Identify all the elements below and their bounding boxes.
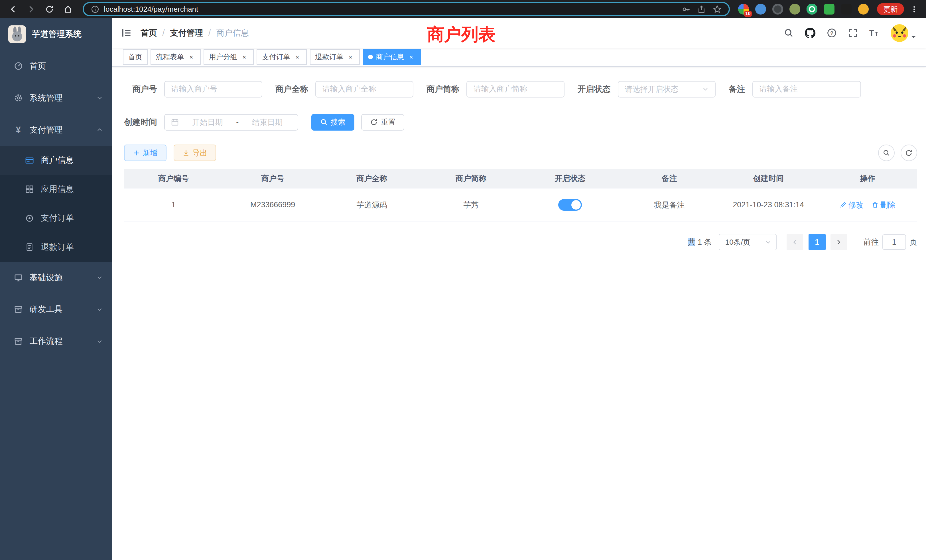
breadcrumb-home[interactable]: 首页 bbox=[141, 27, 157, 39]
tab-user-group[interactable]: 用户分组× bbox=[204, 49, 254, 65]
tab-refund-order[interactable]: 退款订单× bbox=[310, 49, 360, 65]
sidebar-item-refund-order[interactable]: 退款订单 bbox=[0, 233, 112, 262]
github-icon[interactable] bbox=[805, 28, 816, 38]
sidebar-item-payment[interactable]: ¥ 支付管理 bbox=[0, 114, 112, 146]
pagination-total: 共 1 条 bbox=[688, 237, 712, 247]
reload-button[interactable] bbox=[42, 2, 57, 16]
refresh-table-button[interactable] bbox=[900, 145, 917, 161]
page-number-button[interactable]: 1 bbox=[808, 234, 826, 250]
export-button-label: 导出 bbox=[192, 148, 207, 158]
forward-button[interactable] bbox=[24, 2, 38, 16]
tab-home[interactable]: 首页 bbox=[123, 49, 148, 65]
breadcrumb-current: 商户信息 bbox=[216, 27, 249, 39]
full-name-input[interactable] bbox=[322, 85, 406, 94]
close-icon[interactable]: × bbox=[187, 53, 195, 61]
chevron-down-icon bbox=[96, 274, 103, 281]
extension-icon-blue[interactable] bbox=[755, 4, 766, 14]
aim-circle-icon bbox=[24, 214, 35, 223]
column-header: 商户全称 bbox=[322, 173, 421, 184]
sidebar-item-infrastructure[interactable]: 基础设施 bbox=[0, 262, 112, 294]
chevron-down-icon bbox=[96, 95, 103, 101]
field-label: 商户简称 bbox=[426, 83, 459, 95]
chevron-up-icon bbox=[96, 127, 103, 133]
status-select[interactable]: 请选择开启状态 bbox=[618, 81, 716, 97]
extension-icon-black[interactable] bbox=[841, 4, 852, 14]
app-logo[interactable]: 芋道管理系统 bbox=[0, 18, 112, 50]
short-name-input-wrap bbox=[466, 81, 564, 97]
status-toggle[interactable] bbox=[558, 199, 582, 211]
page-size-select[interactable]: 10条/页 bbox=[719, 234, 776, 250]
sidebar-item-label: 支付订单 bbox=[41, 212, 74, 224]
short-name-input[interactable] bbox=[474, 85, 557, 94]
share-icon[interactable] bbox=[698, 5, 706, 14]
extension-icon-colorful[interactable]: 10 bbox=[738, 4, 749, 14]
extension-icon-dark[interactable] bbox=[772, 4, 783, 14]
toggle-search-button[interactable] bbox=[878, 145, 895, 161]
table-header-row: 商户编号 商户号 商户全称 商户简称 开启状态 备注 创建时间 操作 bbox=[124, 169, 917, 188]
svg-text:T: T bbox=[869, 29, 874, 37]
breadcrumb-separator: / bbox=[162, 28, 165, 38]
extension-icon-green[interactable] bbox=[806, 4, 817, 14]
delete-link-label: 删除 bbox=[881, 200, 896, 210]
close-icon[interactable]: × bbox=[240, 53, 248, 61]
merchant-table: 商户编号 商户号 商户全称 商户简称 开启状态 备注 创建时间 操作 1 M23… bbox=[124, 169, 917, 222]
tab-process-form[interactable]: 流程表单× bbox=[151, 49, 201, 65]
active-dot bbox=[368, 55, 373, 60]
sidebar-item-label: 应用信息 bbox=[41, 184, 74, 195]
merchant-no-input-wrap bbox=[164, 81, 262, 97]
export-button[interactable]: 导出 bbox=[174, 145, 216, 161]
extension-icon-green-square[interactable] bbox=[824, 4, 834, 14]
navbar-actions: ? TT bbox=[784, 24, 926, 42]
font-size-icon[interactable]: TT bbox=[869, 28, 879, 38]
bank-card-icon bbox=[24, 156, 35, 165]
next-page-button[interactable] bbox=[831, 234, 847, 250]
merchant-no-input[interactable] bbox=[171, 85, 255, 94]
close-icon[interactable]: × bbox=[294, 53, 302, 61]
fullscreen-icon[interactable] bbox=[848, 28, 858, 38]
filter-status: 开启状态 请选择开启状态 bbox=[578, 81, 716, 97]
delete-link[interactable]: 删除 bbox=[872, 200, 896, 210]
password-key-icon[interactable] bbox=[682, 5, 690, 14]
edit-link[interactable]: 修改 bbox=[840, 200, 864, 210]
close-icon[interactable]: × bbox=[346, 53, 355, 61]
bookmark-star-icon[interactable] bbox=[713, 5, 722, 14]
close-icon[interactable]: × bbox=[407, 53, 415, 61]
sidebar-item-dev-tools[interactable]: 研发工具 bbox=[0, 294, 112, 325]
address-bar[interactable]: localhost:1024/pay/merchant bbox=[83, 2, 730, 16]
help-icon[interactable]: ? bbox=[827, 28, 837, 38]
prev-page-button[interactable] bbox=[787, 234, 803, 250]
extension-icon-avatar[interactable] bbox=[790, 4, 800, 14]
sidebar-item-pay-order[interactable]: 支付订单 bbox=[0, 204, 112, 233]
sidebar-item-merchant-info[interactable]: 商户信息 bbox=[0, 146, 112, 175]
url-text[interactable]: localhost:1024/pay/merchant bbox=[104, 5, 198, 14]
chrome-update-button[interactable]: 更新 bbox=[877, 3, 904, 15]
remark-input[interactable] bbox=[760, 85, 854, 94]
pagination: 共 1 条 10条/页 1 前往 页 bbox=[124, 234, 917, 250]
date-range-picker[interactable]: 开始日期 - 结束日期 bbox=[164, 114, 298, 130]
sidebar-toggle-icon[interactable] bbox=[112, 28, 141, 38]
search-icon[interactable] bbox=[784, 28, 794, 38]
goto-unit-label: 页 bbox=[909, 237, 917, 247]
user-avatar[interactable] bbox=[891, 24, 917, 42]
filter-row-2: 创建时间 开始日期 - 结束日期 搜索 重置 bbox=[124, 114, 917, 130]
reset-button[interactable]: 重置 bbox=[361, 114, 404, 130]
date-start-placeholder[interactable]: 开始日期 bbox=[183, 117, 232, 127]
search-button[interactable]: 搜索 bbox=[311, 114, 354, 130]
sidebar-item-home[interactable]: 首页 bbox=[0, 50, 112, 82]
browser-menu-icon[interactable] bbox=[910, 5, 918, 14]
dashboard-icon bbox=[13, 62, 24, 70]
goto-page-input[interactable] bbox=[882, 235, 906, 250]
tab-pay-order[interactable]: 支付订单× bbox=[257, 49, 307, 65]
sidebar-item-system[interactable]: 系统管理 bbox=[0, 82, 112, 114]
sidebar-item-workflow[interactable]: 工作流程 bbox=[0, 325, 112, 357]
add-button[interactable]: 新增 bbox=[124, 145, 166, 161]
profile-avatar-icon[interactable] bbox=[858, 4, 869, 14]
full-name-input-wrap bbox=[315, 81, 413, 97]
home-button[interactable] bbox=[61, 2, 75, 16]
breadcrumb-payment[interactable]: 支付管理 bbox=[170, 27, 203, 39]
site-info-icon[interactable] bbox=[91, 5, 99, 14]
date-end-placeholder[interactable]: 结束日期 bbox=[243, 117, 292, 127]
sidebar-item-app-info[interactable]: 应用信息 bbox=[0, 175, 112, 204]
tab-merchant-info[interactable]: 商户信息× bbox=[363, 49, 421, 65]
back-button[interactable] bbox=[6, 2, 20, 16]
